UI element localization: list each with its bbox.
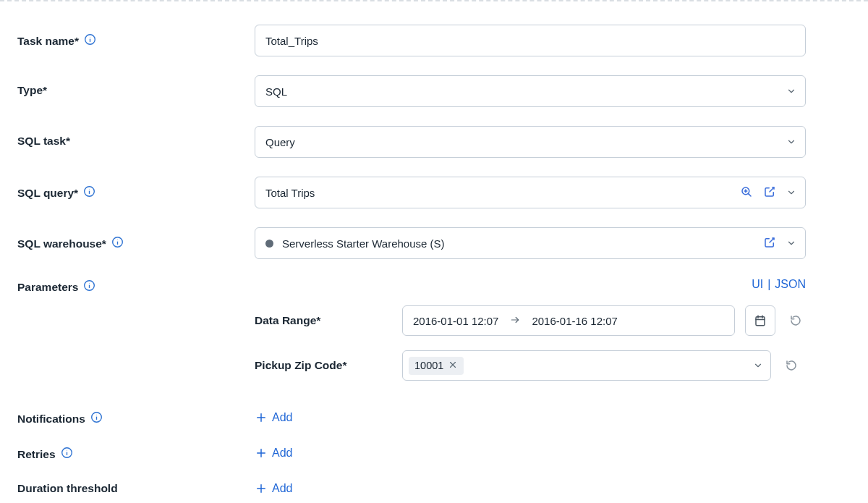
svg-point-32 xyxy=(67,450,67,451)
add-text: Add xyxy=(272,482,292,495)
label-text: Retries xyxy=(17,448,56,461)
status-dot-icon xyxy=(265,240,273,248)
svg-point-27 xyxy=(96,415,97,415)
param-row-data-range: Data Range* 2016-01-01 12:07 2016-01-16 … xyxy=(255,305,806,336)
select-value: Query xyxy=(265,136,295,148)
info-icon[interactable] xyxy=(61,447,73,462)
svg-line-14 xyxy=(770,238,774,242)
pickup-zip-select[interactable]: 10001 xyxy=(402,350,771,381)
add-text: Add xyxy=(272,447,292,460)
row-parameters: Parameters UI | JSON Data Range* 2016-01… xyxy=(17,278,851,395)
label-text: SQL warehouse* xyxy=(17,237,106,250)
label-text: Duration threshold xyxy=(17,482,118,495)
separator: | xyxy=(767,278,770,291)
label-text: Parameters xyxy=(17,281,78,294)
sql-task-select[interactable]: Query xyxy=(255,126,806,158)
add-notification-button[interactable]: Add xyxy=(255,410,292,424)
close-icon[interactable] xyxy=(448,360,458,372)
reset-button[interactable] xyxy=(781,355,801,376)
label-parameters: Parameters xyxy=(17,278,255,295)
params-toggle-json[interactable]: JSON xyxy=(775,278,806,291)
row-sql-task: SQL task* Query xyxy=(17,126,851,158)
add-retry-button[interactable]: Add xyxy=(255,445,292,460)
svg-rect-19 xyxy=(756,317,765,326)
arrow-right-icon xyxy=(510,315,520,327)
select-value: SQL xyxy=(265,85,287,98)
chevron-down-icon xyxy=(786,187,796,198)
calendar-button[interactable] xyxy=(745,305,775,336)
svg-line-10 xyxy=(770,187,774,192)
parameters-grid: Data Range* 2016-01-01 12:07 2016-01-16 … xyxy=(255,305,806,381)
param-row-pickup-zip: Pickup Zip Code* 10001 xyxy=(255,350,806,381)
label-type: Type* xyxy=(17,75,255,97)
label-sql-task: SQL task* xyxy=(17,126,255,148)
row-notifications: Notifications Add xyxy=(17,410,851,426)
label-sql-warehouse: SQL warehouse* xyxy=(17,227,255,251)
label-notifications: Notifications xyxy=(17,410,255,426)
open-external-icon[interactable] xyxy=(763,236,776,251)
task-form: Task name* Type* SQL SQL task* xyxy=(17,3,851,497)
params-toggle-ui[interactable]: UI xyxy=(752,278,763,291)
params-view-toggle: UI | JSON xyxy=(255,278,806,291)
date-range-end: 2016-01-16 12:07 xyxy=(532,315,617,327)
label-text: SQL task* xyxy=(17,135,70,148)
info-icon[interactable] xyxy=(83,185,95,200)
label-sql-query: SQL query* xyxy=(17,177,255,200)
task-name-input[interactable] xyxy=(255,25,806,56)
row-sql-query: SQL query* Total Trips xyxy=(17,177,851,208)
label-text: SQL query* xyxy=(17,187,78,200)
row-task-name: Task name* xyxy=(17,25,851,56)
svg-point-13 xyxy=(117,240,118,240)
date-range-start: 2016-01-01 12:07 xyxy=(413,315,498,327)
label-task-name: Task name* xyxy=(17,25,255,48)
svg-point-17 xyxy=(90,283,90,284)
label-text: Task name* xyxy=(17,35,79,48)
chevron-down-icon xyxy=(753,360,763,371)
row-type: Type* SQL xyxy=(17,75,851,107)
label-text: Notifications xyxy=(17,413,85,426)
select-value: Total Trips xyxy=(265,187,315,199)
type-select[interactable]: SQL xyxy=(255,75,806,107)
info-icon[interactable] xyxy=(90,411,103,426)
tag-text: 10001 xyxy=(414,360,443,371)
select-value: Serverless Starter Warehouse (S) xyxy=(282,237,445,250)
sql-query-select[interactable]: Total Trips xyxy=(255,177,806,208)
sql-warehouse-select[interactable]: Serverless Starter Warehouse (S) xyxy=(255,227,806,259)
zoom-in-icon[interactable] xyxy=(740,185,753,200)
row-sql-warehouse: SQL warehouse* Serverless Starter Wareho… xyxy=(17,227,851,259)
info-icon[interactable] xyxy=(111,236,124,251)
svg-point-2 xyxy=(90,37,90,38)
date-range-input[interactable]: 2016-01-01 12:07 2016-01-16 12:07 xyxy=(402,305,735,336)
row-retries: Retries Add xyxy=(17,445,851,462)
info-icon[interactable] xyxy=(84,33,96,48)
info-icon[interactable] xyxy=(83,279,95,295)
reset-button[interactable] xyxy=(786,310,806,331)
open-external-icon[interactable] xyxy=(763,185,776,200)
label-text: Type* xyxy=(17,84,47,97)
label-retries: Retries xyxy=(17,445,255,462)
param-label: Data Range* xyxy=(255,314,389,327)
tag-chip[interactable]: 10001 xyxy=(409,357,464,375)
chevron-down-icon xyxy=(786,238,796,248)
chevron-down-icon xyxy=(786,86,796,96)
add-text: Add xyxy=(272,411,292,424)
row-duration-threshold: Duration threshold Add xyxy=(17,481,851,497)
label-duration-threshold: Duration threshold xyxy=(17,481,255,495)
param-label: Pickup Zip Code* xyxy=(255,359,389,372)
chevron-down-icon xyxy=(786,137,796,147)
svg-point-5 xyxy=(89,189,90,190)
svg-line-7 xyxy=(749,193,751,195)
add-duration-button[interactable]: Add xyxy=(255,481,292,495)
